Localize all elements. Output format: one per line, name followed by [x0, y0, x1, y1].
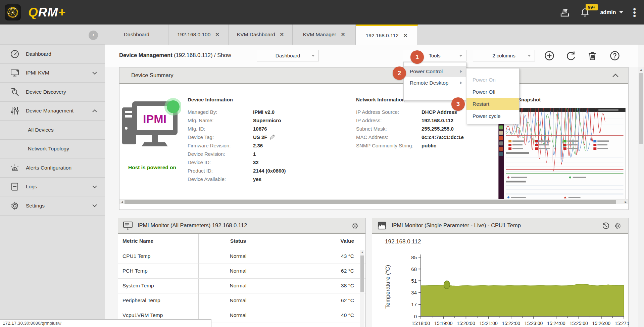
monitor-icon [10, 68, 19, 78]
scroll-up-arrow[interactable]: ▲ [360, 250, 364, 254]
trash-icon [587, 50, 598, 61]
x-tick-label: 15:19:00 [434, 321, 453, 326]
panel-header: IPMI Monitor (All Parameters) 192.168.0.… [118, 218, 365, 234]
info-label: SNMP Community String: [356, 143, 422, 148]
gear-icon[interactable] [351, 222, 359, 230]
info-label: Firmware Revision: [188, 143, 253, 148]
scrollbar-thumb[interactable] [360, 255, 364, 292]
info-label: Device ID: [188, 159, 253, 165]
info-label: Device Tag: [188, 134, 253, 140]
x-tick-label: 15:21:00 [479, 321, 498, 326]
logo-part-rm: RM [38, 5, 58, 19]
tab-kvm-manager[interactable]: KVM Manager ✕ [293, 25, 356, 45]
chevron-down-icon [528, 55, 531, 57]
sidebar-item-device-discovery[interactable]: Device Discovery [0, 83, 105, 102]
add-widget-button[interactable] [544, 50, 555, 61]
info-value: US 2F [253, 134, 267, 140]
x-tick-label: 15:20:00 [457, 321, 475, 326]
tab-dashboard[interactable]: Dashboard [105, 25, 168, 45]
search-discovery-icon [10, 87, 19, 97]
menu-item-power-cycle[interactable]: Power cycle [466, 110, 519, 122]
menu-item-power-off[interactable]: Power Off [466, 86, 519, 98]
status-badge: Normal [198, 278, 278, 293]
sidebar-item-network-topology[interactable]: Network Topology [0, 140, 105, 159]
dashboard-gauge-icon [10, 49, 19, 59]
sidebar-item-dashboard[interactable]: Dashboard [0, 45, 105, 64]
app-logo-icon [5, 4, 21, 20]
status-badge: Normal [198, 249, 278, 264]
content-toolbar: Device Management (192.168.0.112) / Show… [105, 45, 638, 67]
tab-192-168-0-100[interactable]: 192.168.0.100 ✕ [168, 25, 229, 45]
metric-name: PCH Temp [118, 264, 198, 278]
top-bar: QRM+ admin ••• [0, 0, 644, 25]
close-icon[interactable]: ✕ [403, 33, 408, 39]
tab-192-168-0-112-active[interactable]: 192.168.0.112 ✕ [356, 25, 418, 45]
sidebar-item-logs[interactable]: Logs [0, 178, 105, 197]
table-row: System Temp Normal 38 °C [118, 278, 365, 293]
chevron-down-icon [619, 11, 623, 13]
reports-stack-icon[interactable] [560, 7, 570, 17]
snapshot-section: Snapshot [518, 97, 625, 105]
info-value: 192.168.0.112 [422, 118, 453, 123]
gear-icon[interactable] [614, 222, 622, 230]
x-tick-label: 15:23:00 [525, 321, 543, 326]
columns-select[interactable]: 2 columns [473, 50, 535, 61]
sidebar-item-ipmi-kvm[interactable]: IPMI KVM [0, 64, 105, 83]
sidebar-item-settings[interactable]: Settings [0, 196, 105, 216]
table-scrollbar[interactable]: ▲ [360, 250, 364, 327]
scroll-right-arrow[interactable]: ► [623, 199, 628, 204]
menu-item-power-control[interactable]: Power Control [404, 66, 466, 77]
section-title: Device Information [188, 97, 305, 105]
help-button[interactable] [609, 50, 620, 61]
refresh-button[interactable] [565, 50, 576, 61]
sidebar-item-label: IPMI KVM [26, 70, 49, 76]
power-on-indicator [167, 100, 180, 113]
x-tick-label: 15:26:00 [592, 321, 611, 326]
info-value: IPMI v2.0 [253, 109, 275, 115]
tab-label: 192.168.0.100 [177, 32, 210, 38]
tab-kvm-dashboard[interactable]: KVM Dashboard ✕ [229, 25, 293, 45]
info-label: IP Address Source: [356, 109, 422, 115]
scrollbar-thumb[interactable] [125, 200, 616, 204]
close-icon[interactable]: ✕ [280, 32, 284, 38]
menu-item-restart[interactable]: Restart [466, 98, 519, 110]
logs-document-icon [10, 182, 19, 191]
y-tick-label: 68 [411, 266, 417, 272]
info-value: 0c:c4:7a:c1:dc:1e [422, 134, 464, 140]
scroll-left-arrow[interactable]: ◄ [119, 199, 125, 204]
scrollbar-thumb[interactable] [639, 73, 643, 144]
page-scrollbar[interactable]: ▲ [638, 67, 644, 327]
delete-button[interactable] [587, 50, 598, 61]
menu-item-remote-desktop[interactable]: Remote Desktop [404, 77, 466, 89]
page-title: Device Management (192.168.0.112) / Show [119, 52, 231, 58]
sidebar-collapse-button[interactable]: ‹ [89, 31, 98, 40]
close-icon[interactable]: ✕ [215, 32, 219, 38]
edit-pencil-icon[interactable] [269, 134, 275, 140]
page-title-bold: Device Management [119, 52, 172, 58]
power-control-submenu: Power On Power Off Restart Power cycle [466, 68, 519, 124]
overflow-menu-icon[interactable]: ••• [633, 7, 636, 17]
summary-horizontal-scrollbar[interactable]: ◄ ► [119, 199, 628, 204]
tools-button-label: Tools [429, 53, 440, 58]
x-tick-label: 15:18:00 [412, 321, 430, 326]
y-axis-title: Temperature (°C) [385, 265, 391, 309]
sidebar-item-alerts-configuration[interactable]: Alerts Configuration [0, 158, 105, 178]
annotation-step-1: 1 [410, 50, 424, 64]
table-row: PCH Temp Normal 62 °C [118, 264, 365, 278]
info-label: IP Address: [356, 118, 422, 123]
user-menu[interactable]: admin [600, 9, 623, 15]
question-circle-icon [609, 50, 620, 61]
info-label: Subnet Mask: [356, 126, 422, 132]
collapse-chevron-up-icon[interactable] [612, 74, 619, 78]
sidebar-item-all-devices[interactable]: All Devices [0, 121, 105, 140]
scroll-up-arrow[interactable]: ▲ [638, 67, 644, 73]
user-name: admin [600, 9, 616, 15]
history-clock-icon[interactable] [602, 222, 609, 230]
metric-name: System Temp [118, 278, 198, 293]
close-icon[interactable]: ✕ [341, 32, 345, 38]
temperature-area-chart: 0173451688515:18:0015:19:0015:20:0015:21… [372, 234, 629, 327]
chart-area-series [421, 284, 624, 316]
annotation-step-2: 2 [393, 66, 406, 80]
view-select[interactable]: Dashboard [257, 50, 319, 61]
sidebar-item-device-management[interactable]: Device Management [0, 102, 105, 121]
